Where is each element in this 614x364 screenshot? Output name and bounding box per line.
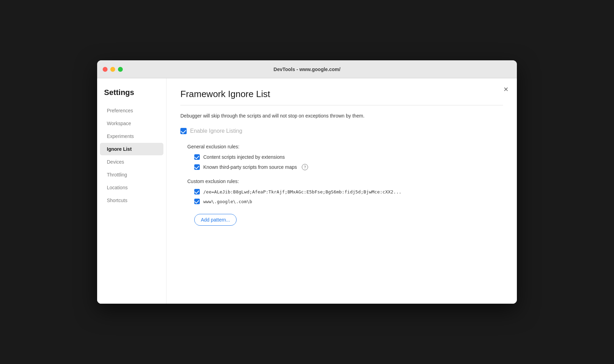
sidebar-item-devices[interactable]: Devices [100, 156, 163, 168]
maximize-window-button[interactable] [118, 67, 123, 72]
custom-exclusion-label: Custom exclusion rules: [187, 179, 503, 184]
enable-ignore-listing-label: Enable Ignore Listing [190, 128, 242, 134]
enable-ignore-listing-checkbox[interactable] [180, 128, 187, 134]
minimize-window-button[interactable] [110, 67, 115, 72]
page-title: Framework Ignore List [180, 89, 503, 99]
custom-rule2-text: www\.google\.com\b [203, 199, 252, 204]
sidebar-item-throttling[interactable]: Throttling [100, 168, 163, 181]
sidebar-item-workspace[interactable]: Workspace [100, 117, 163, 130]
add-pattern-button[interactable]: Add pattern... [194, 214, 237, 226]
rule-row-extensions: Content scripts injected by extensions [194, 154, 503, 160]
close-button[interactable]: ✕ [502, 85, 510, 94]
traffic-lights [103, 67, 123, 72]
custom-rule-row-2: www\.google\.com\b [194, 199, 503, 204]
custom-rule1-checkbox[interactable] [194, 189, 200, 194]
window-title: DevTools - www.google.com/ [274, 67, 341, 72]
sidebar-item-experiments[interactable]: Experiments [100, 130, 163, 142]
sidebar-item-preferences[interactable]: Preferences [100, 104, 163, 117]
general-exclusion-section: General exclusion rules: Content scripts… [180, 144, 503, 170]
page-description: Debugger will skip through the scripts a… [180, 112, 503, 120]
general-exclusion-label: General exclusion rules: [187, 144, 503, 149]
sidebar: Settings Preferences Workspace Experimen… [97, 78, 167, 304]
main-panel: ✕ Framework Ignore List Debugger will sk… [167, 78, 517, 304]
help-icon[interactable]: ? [302, 164, 308, 170]
content-area: Settings Preferences Workspace Experimen… [97, 78, 517, 304]
rule-extensions-checkbox[interactable] [194, 154, 200, 160]
sidebar-item-ignore-list[interactable]: Ignore List [100, 143, 163, 155]
custom-rule-row-1: /ee=ALeJib:B8gLwd;AfeaP:TkrAjf;BMxAGc:E5… [194, 189, 503, 194]
title-divider [180, 105, 503, 105]
devtools-window: DevTools - www.google.com/ Settings Pref… [97, 60, 517, 304]
custom-exclusion-section: Custom exclusion rules: /ee=ALeJib:B8gLw… [180, 179, 503, 226]
custom-rule1-text: /ee=ALeJib:B8gLwd;AfeaP:TkrAjf;BMxAGc:E5… [203, 189, 401, 194]
custom-rule2-checkbox[interactable] [194, 199, 200, 204]
rule-extensions-label: Content scripts injected by extensions [203, 154, 285, 160]
titlebar: DevTools - www.google.com/ [97, 60, 517, 78]
rule-row-sourcemaps: Known third-party scripts from source ma… [194, 164, 503, 170]
sidebar-heading: Settings [97, 85, 166, 104]
enable-ignore-listing-row: Enable Ignore Listing [180, 128, 503, 134]
sidebar-item-locations[interactable]: Locations [100, 181, 163, 194]
sidebar-item-shortcuts[interactable]: Shortcuts [100, 194, 163, 207]
rule-sourcemaps-checkbox[interactable] [194, 164, 200, 170]
rule-sourcemaps-label: Known third-party scripts from source ma… [203, 164, 297, 170]
close-window-button[interactable] [103, 67, 108, 72]
